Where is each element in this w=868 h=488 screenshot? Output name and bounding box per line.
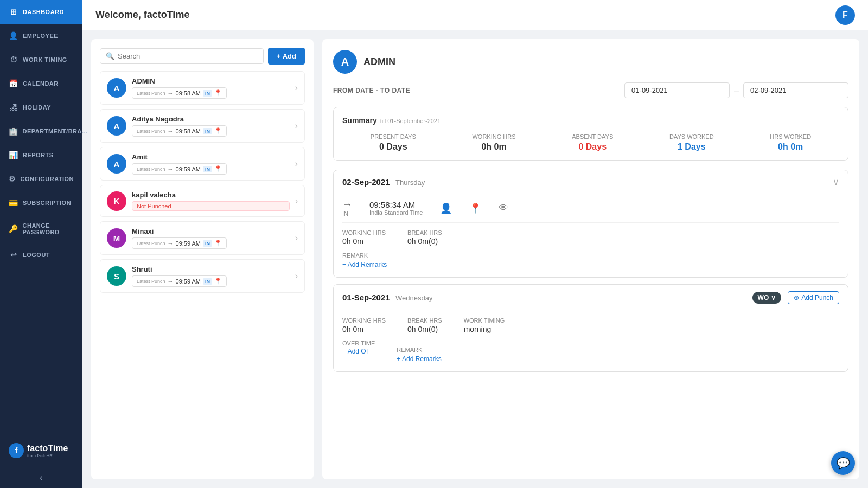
add-punch-button[interactable]: ⊕ Add Punch (788, 291, 839, 304)
logout-icon: ↩ (9, 251, 18, 259)
date-inputs: – (624, 82, 848, 98)
work-timing-metric-sep1: WORK TIMING morning (464, 317, 505, 333)
dashboard-icon: ⊞ (9, 8, 18, 16)
emp-info: Shruti Latest Punch → 09:59 AM IN 📍 (132, 265, 290, 287)
emp-name: ADMIN (132, 77, 290, 85)
emp-info: Aditya Nagodra Latest Punch → 09:58 AM I… (132, 115, 290, 137)
emp-avatar: A (107, 78, 126, 98)
department-icon: 🏢 (9, 127, 18, 136)
sidebar-item-work-timing[interactable]: ⏱WORK TIMING (0, 48, 82, 72)
not-punched-badge: Not Punched (132, 201, 290, 211)
stat-days-worked: DAYS WORKED 1 Days (669, 133, 714, 152)
emp-info: Minaxi Latest Punch → 09:59 AM IN 📍 (132, 227, 290, 249)
date-range-label: FROM DATE - TO DATE (333, 87, 410, 94)
admin-name: ADMIN (363, 56, 395, 68)
change-password-icon: 🔑 (9, 224, 18, 233)
sidebar-label-change-password: CHANGE PASSWORD (23, 222, 74, 235)
employee-item[interactable]: A ADMIN Latest Punch → 09:58 AM IN 📍 › (100, 71, 305, 105)
sidebar-item-holiday[interactable]: 🏖HOLIDAY (0, 95, 82, 119)
holiday-icon: 🏖 (9, 103, 18, 112)
sidebar-item-calendar[interactable]: 📅CALENDAR (0, 72, 82, 95)
punch-time-detail: 09:58:34 AM India Standard Time (369, 200, 423, 216)
search-icon: 🔍 (106, 52, 114, 60)
employee-list: A ADMIN Latest Punch → 09:58 AM IN 📍 › A… (100, 71, 305, 293)
stat-present-days: PRESENT DAYS 0 Days (371, 133, 416, 152)
metrics-row-sep2: WORKING HRS 0h 0m BREAK HRS 0h 0m(0) (342, 229, 839, 246)
sidebar-label-department: DEPARTMENT/BRA... (23, 128, 88, 134)
from-date-input[interactable] (624, 82, 730, 98)
day-date-sep2: 02-Sep-2021 (342, 177, 390, 187)
sidebar-item-subscription[interactable]: 💳SUBSCRIPTION (0, 191, 82, 215)
employee-item[interactable]: S Shruti Latest Punch → 09:59 AM IN 📍 › (100, 259, 305, 293)
page-title: Welcome, factoTime (95, 9, 189, 21)
day-card-sep2: 02-Sep-2021 Thursday ∨ → IN 09:58:34 AM … (333, 170, 848, 278)
sidebar-label-subscription: SUBSCRIPTION (23, 200, 71, 206)
employee-icon: 👤 (9, 31, 18, 40)
remark-section-sep1: REMARK + Add Remarks (397, 346, 441, 363)
stat-hrs-worked: HRS WORKED 0h 0m (770, 133, 811, 152)
sidebar-item-logout[interactable]: ↩LOGOUT (0, 243, 82, 267)
stat-absent-days: ABSENT DAYS 0 Days (572, 133, 613, 152)
admin-avatar: A (333, 50, 357, 74)
emp-name: Shruti (132, 265, 290, 273)
employee-detail-panel: A ADMIN FROM DATE - TO DATE – Summary ti… (322, 39, 859, 479)
sidebar-item-change-password[interactable]: 🔑CHANGE PASSWORD (0, 215, 82, 243)
sidebar-logo: f factoTime from factoHR (9, 443, 68, 458)
working-hrs-metric-sep1: WORKING HRS 0h 0m (342, 317, 386, 333)
sidebar-collapse-button[interactable]: ‹ (0, 467, 82, 488)
search-input[interactable] (118, 52, 258, 60)
main-area: Welcome, factoTime F 🔍 + Add A ADMIN Lat… (82, 0, 868, 488)
remark-section-sep2: REMARK + Add Remarks (342, 252, 839, 268)
employee-item[interactable]: M Minaxi Latest Punch → 09:59 AM IN 📍 › (100, 221, 305, 255)
punch-box: Latest Punch → 09:59 AM IN 📍 (132, 163, 227, 175)
subscription-icon: 💳 (9, 198, 18, 207)
day-header-sep1[interactable]: 01-Sep-2021 Wednesday WO ∨ ⊕ Add Punch (334, 285, 848, 311)
emp-avatar: S (107, 266, 126, 286)
summary-box: Summary till 01-September-2021 PRESENT D… (333, 107, 848, 161)
sidebar-label-holiday: HOLIDAY (23, 104, 51, 111)
chat-fab-button[interactable]: 💬 (831, 451, 855, 475)
reports-icon: 📊 (9, 151, 18, 159)
emp-chevron: › (295, 159, 298, 169)
sidebar-label-reports: REPORTS (23, 152, 54, 158)
search-box: 🔍 (100, 48, 264, 64)
sidebar-label-work-timing: WORK TIMING (23, 56, 67, 63)
emp-info: Amit Latest Punch → 09:59 AM IN 📍 (132, 153, 290, 175)
add-button[interactable]: + Add (268, 48, 305, 65)
summary-title: Summary (342, 116, 377, 125)
to-date-input[interactable] (743, 82, 848, 98)
user-icon: 👤 (440, 202, 452, 214)
day-card-sep1: 01-Sep-2021 Wednesday WO ∨ ⊕ Add Punch (333, 284, 848, 372)
logo-text: factoTime (27, 444, 68, 453)
employee-item[interactable]: K kapil valecha Not Punched › (100, 185, 305, 217)
header-avatar[interactable]: F (835, 5, 855, 25)
metrics-row-sep1: WORKING HRS 0h 0m BREAK HRS 0h 0m(0) WOR… (342, 317, 839, 333)
add-remark-button-sep2[interactable]: + Add Remarks (342, 261, 839, 268)
punch-box: Latest Punch → 09:58 AM IN 📍 (132, 87, 227, 99)
logo-icon: f (9, 443, 24, 458)
emp-chevron: › (295, 196, 298, 206)
sidebar-item-reports[interactable]: 📊REPORTS (0, 143, 82, 167)
day-weekday-sep2: Thursday (395, 178, 425, 187)
punch-direction-detail: → IN (342, 199, 352, 217)
employee-item[interactable]: A Aditya Nagodra Latest Punch → 09:58 AM… (100, 109, 305, 143)
day-header-sep2[interactable]: 02-Sep-2021 Thursday ∨ (334, 170, 848, 194)
break-hrs-metric-sep1: BREAK HRS 0h 0m(0) (407, 317, 442, 333)
add-ot-button[interactable]: + Add OT (342, 348, 375, 355)
configuration-icon: ⚙ (9, 175, 16, 183)
sidebar-item-employee[interactable]: 👤EMPLOYEE (0, 24, 82, 48)
day-chevron-sep2: ∨ (833, 177, 839, 187)
sidebar-item-department[interactable]: 🏢DEPARTMENT/BRA... (0, 119, 82, 143)
emp-info: kapil valecha Not Punched (132, 191, 290, 211)
emp-avatar: A (107, 154, 126, 174)
sidebar-item-configuration[interactable]: ⚙CONFIGURATION (0, 167, 82, 191)
emp-avatar: M (107, 228, 126, 248)
sidebar-item-dashboard[interactable]: ⊞DASHBOARD (0, 0, 82, 24)
emp-chevron: › (295, 83, 298, 93)
add-remark-button-sep1[interactable]: + Add Remarks (397, 355, 441, 363)
break-hrs-metric: BREAK HRS 0h 0m(0) (407, 229, 442, 246)
over-time-metric: OVER TIME + Add OT (342, 340, 375, 363)
emp-avatar: A (107, 116, 126, 136)
employee-item[interactable]: A Amit Latest Punch → 09:59 AM IN 📍 › (100, 147, 305, 181)
date-range-row: FROM DATE - TO DATE – (333, 82, 848, 98)
